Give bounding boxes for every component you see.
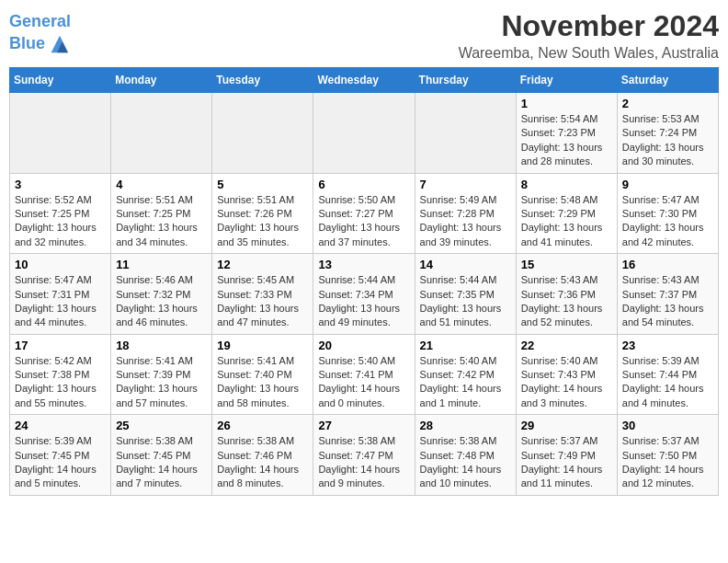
day-number: 12	[217, 258, 308, 271]
calendar-cell: 28Sunrise: 5:38 AM Sunset: 7:48 PM Dayli…	[415, 415, 516, 496]
day-info: Sunrise: 5:41 AM Sunset: 7:39 PM Dayligh…	[116, 354, 207, 411]
calendar-cell	[212, 93, 313, 174]
day-number: 24	[15, 419, 106, 432]
day-info: Sunrise: 5:45 AM Sunset: 7:33 PM Dayligh…	[217, 273, 308, 330]
calendar-cell: 25Sunrise: 5:38 AM Sunset: 7:45 PM Dayli…	[111, 415, 212, 496]
day-info: Sunrise: 5:41 AM Sunset: 7:40 PM Dayligh…	[217, 354, 308, 411]
day-info: Sunrise: 5:42 AM Sunset: 7:38 PM Dayligh…	[15, 354, 106, 411]
calendar-cell: 4Sunrise: 5:51 AM Sunset: 7:25 PM Daylig…	[111, 173, 212, 254]
calendar-cell: 10Sunrise: 5:47 AM Sunset: 7:31 PM Dayli…	[10, 254, 111, 335]
page-title: November 2024	[459, 9, 719, 43]
day-info: Sunrise: 5:43 AM Sunset: 7:37 PM Dayligh…	[622, 273, 713, 330]
calendar-cell: 16Sunrise: 5:43 AM Sunset: 7:37 PM Dayli…	[617, 254, 718, 335]
day-number: 10	[15, 258, 106, 271]
week-row-3: 10Sunrise: 5:47 AM Sunset: 7:31 PM Dayli…	[10, 254, 719, 335]
logo-blue: Blue	[9, 35, 45, 53]
day-info: Sunrise: 5:53 AM Sunset: 7:24 PM Dayligh…	[622, 112, 713, 169]
day-number: 2	[622, 97, 713, 110]
day-info: Sunrise: 5:52 AM Sunset: 7:25 PM Dayligh…	[15, 193, 106, 250]
calendar-cell	[111, 93, 212, 174]
calendar-cell: 24Sunrise: 5:39 AM Sunset: 7:45 PM Dayli…	[10, 415, 111, 496]
calendar-cell: 8Sunrise: 5:48 AM Sunset: 7:29 PM Daylig…	[516, 173, 617, 254]
calendar-cell: 5Sunrise: 5:51 AM Sunset: 7:26 PM Daylig…	[212, 173, 313, 254]
day-number: 1	[521, 97, 612, 110]
calendar-table: SundayMondayTuesdayWednesdayThursdayFrid…	[9, 67, 719, 496]
calendar-cell: 18Sunrise: 5:41 AM Sunset: 7:39 PM Dayli…	[111, 334, 212, 415]
day-info: Sunrise: 5:37 AM Sunset: 7:49 PM Dayligh…	[521, 434, 612, 491]
day-info: Sunrise: 5:38 AM Sunset: 7:46 PM Dayligh…	[217, 434, 308, 491]
calendar-cell: 27Sunrise: 5:38 AM Sunset: 7:47 PM Dayli…	[313, 415, 415, 496]
day-info: Sunrise: 5:51 AM Sunset: 7:26 PM Dayligh…	[217, 193, 308, 250]
day-info: Sunrise: 5:44 AM Sunset: 7:34 PM Dayligh…	[318, 273, 409, 330]
day-number: 29	[521, 419, 612, 432]
column-header-saturday: Saturday	[617, 68, 718, 93]
calendar-cell	[415, 93, 516, 174]
calendar-cell: 14Sunrise: 5:44 AM Sunset: 7:35 PM Dayli…	[415, 254, 516, 335]
day-number: 17	[15, 339, 106, 352]
day-number: 28	[420, 419, 511, 432]
day-number: 30	[622, 419, 713, 432]
day-number: 18	[116, 339, 207, 352]
day-info: Sunrise: 5:48 AM Sunset: 7:29 PM Dayligh…	[521, 193, 612, 250]
calendar-cell: 6Sunrise: 5:50 AM Sunset: 7:27 PM Daylig…	[313, 173, 415, 254]
day-info: Sunrise: 5:46 AM Sunset: 7:32 PM Dayligh…	[116, 273, 207, 330]
day-number: 6	[318, 178, 409, 191]
logo-icon	[47, 31, 73, 57]
day-info: Sunrise: 5:38 AM Sunset: 7:48 PM Dayligh…	[420, 434, 511, 491]
day-info: Sunrise: 5:37 AM Sunset: 7:50 PM Dayligh…	[622, 434, 713, 491]
page-header: General Blue November 2024 Wareemba, New…	[9, 9, 719, 62]
column-header-wednesday: Wednesday	[313, 68, 415, 93]
day-number: 14	[420, 258, 511, 271]
calendar-cell	[10, 93, 111, 174]
day-info: Sunrise: 5:47 AM Sunset: 7:31 PM Dayligh…	[15, 273, 106, 330]
logo-general: General	[9, 12, 71, 30]
calendar-cell: 12Sunrise: 5:45 AM Sunset: 7:33 PM Dayli…	[212, 254, 313, 335]
calendar-cell: 3Sunrise: 5:52 AM Sunset: 7:25 PM Daylig…	[10, 173, 111, 254]
day-info: Sunrise: 5:47 AM Sunset: 7:30 PM Dayligh…	[622, 193, 713, 250]
column-header-sunday: Sunday	[10, 68, 111, 93]
calendar-cell: 20Sunrise: 5:40 AM Sunset: 7:41 PM Dayli…	[313, 334, 415, 415]
day-info: Sunrise: 5:40 AM Sunset: 7:43 PM Dayligh…	[521, 354, 612, 411]
day-number: 9	[622, 178, 713, 191]
week-row-2: 3Sunrise: 5:52 AM Sunset: 7:25 PM Daylig…	[10, 173, 719, 254]
week-row-4: 17Sunrise: 5:42 AM Sunset: 7:38 PM Dayli…	[10, 334, 719, 415]
calendar-cell: 2Sunrise: 5:53 AM Sunset: 7:24 PM Daylig…	[617, 93, 718, 174]
week-row-5: 24Sunrise: 5:39 AM Sunset: 7:45 PM Dayli…	[10, 415, 719, 496]
calendar-cell: 22Sunrise: 5:40 AM Sunset: 7:43 PM Dayli…	[516, 334, 617, 415]
day-number: 4	[116, 178, 207, 191]
day-info: Sunrise: 5:50 AM Sunset: 7:27 PM Dayligh…	[318, 193, 409, 250]
week-row-1: 1Sunrise: 5:54 AM Sunset: 7:23 PM Daylig…	[10, 93, 719, 174]
day-number: 8	[521, 178, 612, 191]
day-info: Sunrise: 5:39 AM Sunset: 7:45 PM Dayligh…	[15, 434, 106, 491]
calendar-cell: 1Sunrise: 5:54 AM Sunset: 7:23 PM Daylig…	[516, 93, 617, 174]
calendar-cell: 13Sunrise: 5:44 AM Sunset: 7:34 PM Dayli…	[313, 254, 415, 335]
day-number: 26	[217, 419, 308, 432]
title-block: November 2024 Wareemba, New South Wales,…	[459, 9, 719, 62]
day-number: 5	[217, 178, 308, 191]
column-header-thursday: Thursday	[415, 68, 516, 93]
logo: General Blue	[9, 13, 73, 57]
day-number: 22	[521, 339, 612, 352]
calendar-cell: 19Sunrise: 5:41 AM Sunset: 7:40 PM Dayli…	[212, 334, 313, 415]
calendar-cell	[313, 93, 415, 174]
day-number: 19	[217, 339, 308, 352]
day-info: Sunrise: 5:43 AM Sunset: 7:36 PM Dayligh…	[521, 273, 612, 330]
column-header-monday: Monday	[111, 68, 212, 93]
day-number: 21	[420, 339, 511, 352]
calendar-cell: 15Sunrise: 5:43 AM Sunset: 7:36 PM Dayli…	[516, 254, 617, 335]
day-info: Sunrise: 5:44 AM Sunset: 7:35 PM Dayligh…	[420, 273, 511, 330]
calendar-cell: 9Sunrise: 5:47 AM Sunset: 7:30 PM Daylig…	[617, 173, 718, 254]
day-info: Sunrise: 5:49 AM Sunset: 7:28 PM Dayligh…	[420, 193, 511, 250]
day-number: 15	[521, 258, 612, 271]
day-info: Sunrise: 5:51 AM Sunset: 7:25 PM Dayligh…	[116, 193, 207, 250]
day-number: 3	[15, 178, 106, 191]
calendar-cell: 26Sunrise: 5:38 AM Sunset: 7:46 PM Dayli…	[212, 415, 313, 496]
day-number: 20	[318, 339, 409, 352]
calendar-header-row: SundayMondayTuesdayWednesdayThursdayFrid…	[10, 68, 719, 93]
day-number: 27	[318, 419, 409, 432]
day-info: Sunrise: 5:38 AM Sunset: 7:47 PM Dayligh…	[318, 434, 409, 491]
column-header-tuesday: Tuesday	[212, 68, 313, 93]
day-info: Sunrise: 5:40 AM Sunset: 7:42 PM Dayligh…	[420, 354, 511, 411]
day-info: Sunrise: 5:40 AM Sunset: 7:41 PM Dayligh…	[318, 354, 409, 411]
calendar-cell: 7Sunrise: 5:49 AM Sunset: 7:28 PM Daylig…	[415, 173, 516, 254]
